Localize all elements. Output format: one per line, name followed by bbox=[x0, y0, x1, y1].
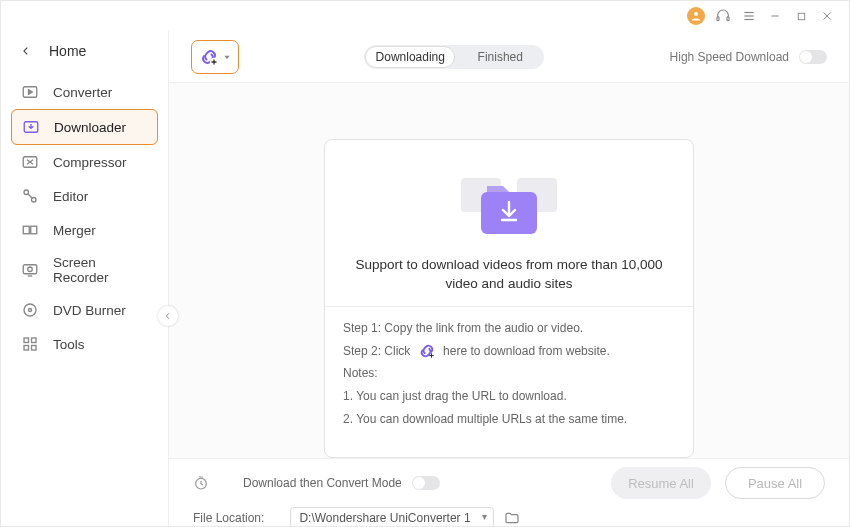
sidebar-item-converter[interactable]: Converter bbox=[11, 75, 158, 109]
link-add-icon bbox=[199, 47, 219, 67]
svg-rect-16 bbox=[23, 226, 29, 234]
tab-downloading[interactable]: Downloading bbox=[365, 46, 455, 68]
sidebar-item-label: Editor bbox=[53, 189, 88, 204]
menu-icon[interactable] bbox=[741, 8, 757, 24]
sidebar-item-label: Compressor bbox=[53, 155, 127, 170]
sidebar-item-label: Screen Recorder bbox=[53, 255, 148, 285]
tab-switcher: Downloading Finished bbox=[364, 45, 544, 69]
convert-mode-row: Download then Convert Mode Resume All Pa… bbox=[193, 467, 825, 499]
svg-point-22 bbox=[24, 304, 36, 316]
downloader-icon bbox=[22, 118, 40, 136]
svg-rect-2 bbox=[727, 17, 729, 21]
open-folder-icon[interactable] bbox=[504, 510, 520, 526]
merger-icon bbox=[21, 221, 39, 239]
compressor-icon bbox=[21, 153, 39, 171]
home-label: Home bbox=[49, 43, 86, 59]
home-nav[interactable]: Home bbox=[1, 35, 168, 73]
high-speed-toggle[interactable] bbox=[799, 50, 827, 64]
svg-rect-7 bbox=[798, 13, 804, 19]
titlebar bbox=[1, 1, 849, 31]
file-location-row: File Location: D:\Wondershare UniConvert… bbox=[193, 507, 825, 527]
resume-all-button[interactable]: Resume All bbox=[611, 467, 711, 499]
empty-state-card: Support to download videos from more tha… bbox=[324, 139, 694, 458]
svg-rect-1 bbox=[717, 17, 719, 21]
sidebar-item-screen-recorder[interactable]: Screen Recorder bbox=[11, 247, 158, 293]
download-illustration-icon bbox=[325, 164, 693, 244]
sidebar-item-label: DVD Burner bbox=[53, 303, 126, 318]
svg-rect-19 bbox=[23, 265, 37, 274]
timer-icon[interactable] bbox=[193, 475, 209, 491]
high-speed-label: High Speed Download bbox=[670, 50, 789, 64]
recorder-icon bbox=[21, 261, 39, 279]
minimize-icon[interactable] bbox=[767, 8, 783, 24]
sidebar-item-compressor[interactable]: Compressor bbox=[11, 145, 158, 179]
sidebar-item-dvd-burner[interactable]: DVD Burner bbox=[11, 293, 158, 327]
sidebar-item-merger[interactable]: Merger bbox=[11, 213, 158, 247]
sidebar-item-label: Tools bbox=[53, 337, 85, 352]
app-window: Home Converter Downloader Compressor Ed bbox=[0, 0, 850, 527]
sidebar-item-downloader[interactable]: Downloader bbox=[11, 109, 158, 145]
card-title: Support to download videos from more tha… bbox=[325, 256, 693, 294]
file-location-label: File Location: bbox=[193, 511, 264, 525]
notes-label: Notes: bbox=[343, 362, 675, 385]
tab-finished[interactable]: Finished bbox=[456, 45, 544, 69]
action-buttons: Resume All Pause All bbox=[611, 467, 825, 499]
sidebar-item-label: Downloader bbox=[54, 120, 126, 135]
main-panel: Downloading Finished High Speed Download bbox=[169, 31, 849, 526]
user-avatar-icon[interactable] bbox=[687, 7, 705, 25]
link-add-icon bbox=[418, 342, 436, 360]
sidebar-item-label: Merger bbox=[53, 223, 96, 238]
tools-icon bbox=[21, 335, 39, 353]
svg-point-0 bbox=[694, 12, 698, 16]
step-1: Step 1: Copy the link from the audio or … bbox=[343, 317, 675, 340]
pause-all-button[interactable]: Pause All bbox=[725, 467, 825, 499]
collapse-sidebar-button[interactable] bbox=[158, 306, 178, 326]
file-location-select[interactable]: D:\Wondershare UniConverter 1 bbox=[290, 507, 493, 527]
svg-rect-17 bbox=[31, 226, 37, 234]
headset-help-icon[interactable] bbox=[715, 8, 731, 24]
back-icon bbox=[21, 46, 31, 56]
convert-mode-toggle[interactable] bbox=[412, 476, 440, 490]
svg-rect-25 bbox=[32, 338, 37, 343]
close-icon[interactable] bbox=[819, 8, 835, 24]
svg-point-20 bbox=[28, 267, 33, 272]
step-2: Step 2: Click here to download from webs… bbox=[343, 340, 675, 363]
high-speed-download-row: High Speed Download bbox=[670, 50, 827, 64]
instructions: Step 1: Copy the link from the audio or … bbox=[325, 317, 693, 431]
editor-icon bbox=[21, 187, 39, 205]
note-2: 2. You can download multiple URLs at the… bbox=[343, 408, 675, 431]
sidebar-item-editor[interactable]: Editor bbox=[11, 179, 158, 213]
bottom-bar: Download then Convert Mode Resume All Pa… bbox=[169, 458, 849, 526]
content-area: Support to download videos from more tha… bbox=[169, 83, 849, 458]
sidebar: Home Converter Downloader Compressor Ed bbox=[1, 31, 169, 526]
divider bbox=[325, 306, 693, 307]
svg-marker-11 bbox=[29, 90, 33, 95]
convert-mode-label: Download then Convert Mode bbox=[243, 476, 402, 490]
sidebar-item-label: Converter bbox=[53, 85, 112, 100]
maximize-icon[interactable] bbox=[793, 8, 809, 24]
svg-rect-26 bbox=[24, 346, 29, 351]
sidebar-item-tools[interactable]: Tools bbox=[11, 327, 158, 361]
add-download-button[interactable] bbox=[191, 40, 239, 74]
svg-point-23 bbox=[29, 309, 32, 312]
svg-rect-24 bbox=[24, 338, 29, 343]
svg-marker-29 bbox=[224, 55, 229, 58]
converter-icon bbox=[21, 83, 39, 101]
svg-rect-27 bbox=[32, 346, 37, 351]
dvd-icon bbox=[21, 301, 39, 319]
chevron-down-icon bbox=[223, 53, 231, 61]
toolbar: Downloading Finished High Speed Download bbox=[169, 31, 849, 83]
note-1: 1. You can just drag the URL to download… bbox=[343, 385, 675, 408]
